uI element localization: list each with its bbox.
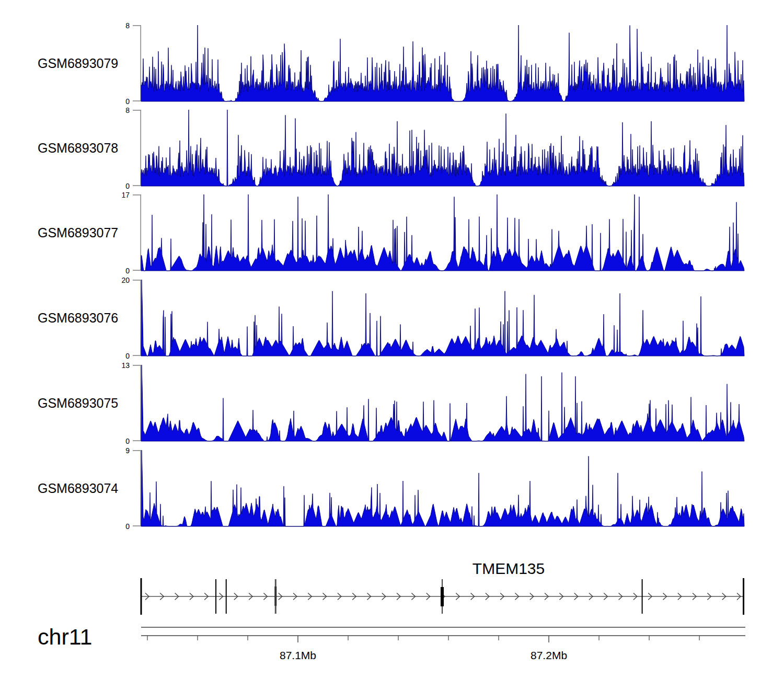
exon-cds-box bbox=[441, 587, 444, 606]
coverage-track: 200GSM6893076 bbox=[38, 276, 744, 360]
gene-name-label: TMEM135 bbox=[472, 560, 545, 577]
exon-mark bbox=[215, 579, 216, 614]
coverage-signal-area bbox=[141, 194, 744, 271]
coverage-track: 130GSM6893075 bbox=[38, 361, 744, 445]
exon-mark bbox=[226, 579, 227, 614]
y-max-label: 8 bbox=[125, 106, 130, 114]
y-min-label: 0 bbox=[125, 182, 130, 190]
chromosome-label: chr11 bbox=[38, 624, 92, 649]
y-min-label: 0 bbox=[125, 522, 130, 531]
coverage-track: 80GSM6893079 bbox=[38, 21, 744, 106]
genome-browser-figure: 80GSM689307980GSM6893078170GSM6893077200… bbox=[0, 0, 784, 690]
y-axis-bracket bbox=[133, 110, 141, 186]
track-label: GSM6893074 bbox=[38, 481, 118, 496]
y-axis-bracket bbox=[133, 451, 141, 526]
y-max-label: 13 bbox=[121, 361, 130, 370]
genome-axis-track: chr1187.1Mb87.2Mb bbox=[38, 624, 745, 661]
y-max-label: 20 bbox=[121, 276, 130, 284]
coverage-signal-area bbox=[141, 365, 744, 441]
coverage-plot-svg: 80GSM689307980GSM6893078170GSM6893077200… bbox=[0, 0, 784, 690]
y-axis-bracket bbox=[133, 26, 141, 101]
track-label: GSM6893076 bbox=[38, 310, 118, 325]
y-max-label: 9 bbox=[125, 446, 130, 455]
gene-boundary bbox=[743, 578, 744, 615]
coverage-track: 90GSM6893074 bbox=[38, 446, 744, 531]
axis-major-tick-label: 87.1Mb bbox=[280, 649, 316, 661]
track-label: GSM6893077 bbox=[38, 225, 118, 240]
coverage-track: 170GSM6893077 bbox=[38, 191, 744, 275]
y-min-label: 0 bbox=[125, 437, 130, 445]
track-label: GSM6893078 bbox=[38, 141, 118, 155]
y-max-label: 8 bbox=[125, 21, 130, 30]
coverage-signal-area bbox=[141, 25, 744, 101]
y-axis-bracket bbox=[133, 280, 141, 355]
track-label: GSM6893079 bbox=[38, 56, 118, 71]
y-axis-bracket bbox=[133, 195, 141, 270]
coverage-track: 80GSM6893078 bbox=[38, 106, 744, 190]
y-min-label: 0 bbox=[125, 97, 130, 106]
exon-mark bbox=[642, 579, 643, 614]
y-axis-bracket bbox=[133, 365, 141, 441]
coverage-signal-area bbox=[141, 450, 744, 526]
coverage-signal-area bbox=[141, 280, 744, 356]
y-min-label: 0 bbox=[125, 352, 130, 360]
y-min-label: 0 bbox=[125, 267, 130, 275]
track-label: GSM6893075 bbox=[38, 396, 118, 410]
exon-cds-box bbox=[274, 586, 276, 606]
gene-boundary bbox=[141, 578, 142, 615]
y-max-label: 17 bbox=[121, 191, 130, 199]
axis-major-tick-label: 87.2Mb bbox=[531, 649, 567, 661]
coverage-signal-area bbox=[141, 110, 744, 186]
gene-model-track: TMEM135 bbox=[141, 560, 745, 615]
